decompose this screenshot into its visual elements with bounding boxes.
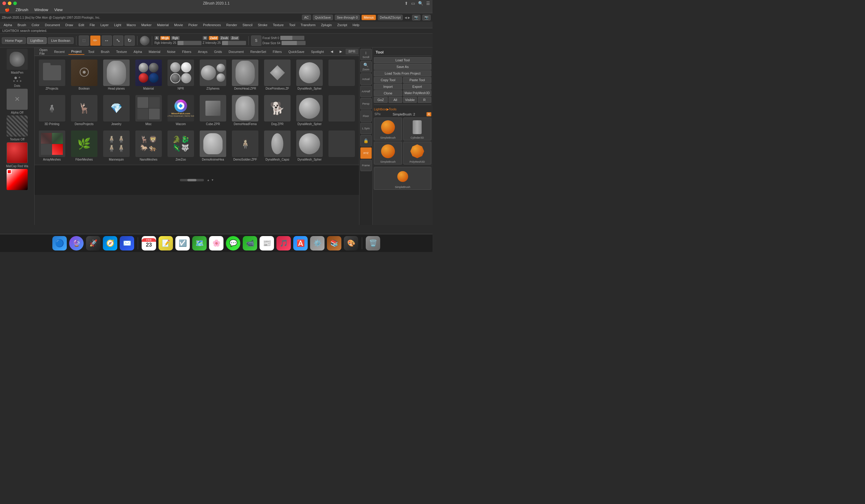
paste-tool-button[interactable]: Paste Tool bbox=[403, 77, 431, 83]
color-picker[interactable] bbox=[7, 169, 28, 190]
traffic-lights[interactable] bbox=[2, 1, 17, 5]
list-item[interactable]: ArrayMeshes bbox=[37, 129, 67, 162]
menu-stroke[interactable]: Stroke bbox=[255, 23, 270, 27]
menu-light[interactable]: Light bbox=[112, 23, 124, 27]
menu-edit[interactable]: Edit bbox=[76, 23, 86, 27]
tool-item-cylinder3d[interactable]: Cylinder3D bbox=[403, 118, 431, 140]
list-item[interactable]: 🧍 🧍 🧍 🧍 Mannequin bbox=[101, 129, 131, 162]
camera-btn2[interactable]: 📷 bbox=[422, 15, 431, 21]
draw-tool-icon[interactable]: ✏ bbox=[90, 35, 101, 46]
tool-item-simplebrush2[interactable]: SimpleBrush bbox=[374, 142, 402, 164]
menu-brush[interactable]: Brush bbox=[15, 23, 28, 27]
window-menu[interactable]: Window bbox=[32, 7, 50, 13]
seethrough-button[interactable]: See-through 0 bbox=[335, 15, 360, 20]
list-item[interactable]: ZProjects bbox=[37, 58, 67, 91]
view-menu[interactable]: View bbox=[52, 7, 65, 13]
dock-photos[interactable]: 🌸 bbox=[209, 236, 223, 250]
menu-icon[interactable]: ☰ bbox=[426, 1, 430, 6]
persp-button[interactable]: Persp bbox=[360, 98, 372, 109]
menu-marker[interactable]: Marker bbox=[139, 23, 154, 27]
texture-preview[interactable] bbox=[7, 116, 28, 137]
defaultzscript-button[interactable]: DefaultZScript bbox=[378, 15, 403, 20]
mrgb-badge[interactable]: Mrgb bbox=[160, 36, 170, 40]
xyz-button[interactable]: XYZ bbox=[360, 147, 372, 159]
tab-project[interactable]: Project bbox=[68, 49, 84, 55]
home-page-button[interactable]: Home Page bbox=[2, 37, 26, 44]
list-item[interactable]: NPR bbox=[166, 58, 196, 91]
close-button[interactable] bbox=[2, 1, 6, 5]
menu-draw[interactable]: Draw bbox=[63, 23, 76, 27]
r-badge[interactable]: R bbox=[426, 112, 431, 116]
visible-button[interactable]: Visible bbox=[403, 97, 417, 103]
tab-material[interactable]: Material bbox=[146, 49, 163, 55]
alpha-preview[interactable]: ✕ bbox=[7, 89, 28, 110]
r-button[interactable]: R bbox=[418, 97, 431, 103]
list-item[interactable] bbox=[327, 129, 357, 162]
list-item[interactable]: 🔷 MinorPatch.com Apps Free Download | Ni… bbox=[166, 94, 196, 127]
tab-texture[interactable]: Texture bbox=[113, 49, 130, 55]
tool-item-simplebrush-bottom[interactable]: SimpleBrush bbox=[374, 167, 431, 190]
list-item[interactable]: DemoHeadFema bbox=[230, 94, 260, 127]
menu-transform[interactable]: Transform bbox=[298, 23, 318, 27]
actual-button[interactable]: Actual bbox=[360, 73, 372, 85]
import-button[interactable]: Import bbox=[374, 84, 402, 90]
dock-zbrush[interactable]: 🎨 bbox=[344, 236, 358, 250]
dock-siri[interactable]: 🔮 bbox=[69, 236, 84, 250]
list-item[interactable] bbox=[327, 58, 357, 91]
menu-material[interactable]: Material bbox=[154, 23, 171, 27]
list-item[interactable]: 🧍 3D Printing bbox=[37, 94, 67, 127]
list-item[interactable]: ⦿ Boolean bbox=[69, 58, 99, 91]
frame-button[interactable]: Frame bbox=[360, 160, 372, 171]
list-item[interactable]: 🐊 🐉 🦎 🐺 ZeeZoo bbox=[166, 129, 196, 162]
list-item[interactable]: 🐕 Dog.ZPR bbox=[263, 94, 292, 127]
menu-color[interactable]: Color bbox=[29, 23, 42, 27]
clone-button[interactable]: Clone bbox=[374, 90, 402, 96]
dock-finder[interactable]: 🔵 bbox=[52, 236, 67, 250]
list-item[interactable]: DemoAnimeHea bbox=[198, 129, 228, 162]
rgb-badge[interactable]: Rgb bbox=[171, 36, 179, 40]
tab-spotlight[interactable]: Spotlight bbox=[308, 49, 327, 55]
move-tool-icon[interactable]: ↔ bbox=[102, 35, 112, 46]
zbrush-menu[interactable]: ZBrush bbox=[13, 7, 31, 13]
export-button[interactable]: Export bbox=[403, 84, 431, 90]
dot-pattern[interactable] bbox=[12, 75, 23, 83]
tab-open-file[interactable]: Open File bbox=[36, 47, 50, 56]
lsym-button[interactable]: L Sym bbox=[360, 123, 372, 134]
menu-macro[interactable]: Macro bbox=[124, 23, 138, 27]
tab-fibers[interactable]: Fibers bbox=[179, 49, 194, 55]
dock-library[interactable]: 📚 bbox=[327, 236, 342, 250]
scroll-button[interactable]: ↕ Scroll bbox=[360, 49, 372, 60]
dock-safari[interactable]: 🧭 bbox=[103, 236, 117, 250]
tab-grids[interactable]: Grids bbox=[211, 49, 225, 55]
dock-reminders[interactable]: ☑️ bbox=[175, 236, 190, 250]
zadd-badge[interactable]: Zadd bbox=[209, 36, 218, 40]
all-button[interactable]: All bbox=[389, 97, 402, 103]
z-intensity-slider[interactable] bbox=[222, 41, 246, 45]
list-item[interactable]: DynaMesh_Spher bbox=[295, 129, 324, 162]
list-item[interactable]: DynaMesh_Capsi bbox=[263, 129, 292, 162]
m-badge[interactable]: M bbox=[203, 36, 208, 40]
list-item[interactable]: 🧍 DemoSoldier.ZPF bbox=[230, 129, 260, 162]
list-item[interactable]: DemoHead.ZPR bbox=[230, 58, 260, 91]
dock-messages[interactable]: 💬 bbox=[226, 236, 240, 250]
tab-document[interactable]: Document bbox=[226, 49, 246, 55]
search-icon[interactable]: 🔍 bbox=[418, 1, 423, 6]
menu-tool[interactable]: Tool bbox=[287, 23, 298, 27]
menu-texture[interactable]: Texture bbox=[270, 23, 286, 27]
menu-preferences[interactable]: Preferences bbox=[200, 23, 223, 27]
dock-notes[interactable]: 📝 bbox=[159, 236, 173, 250]
list-item[interactable]: Head planes bbox=[101, 58, 131, 91]
rotate-tool-icon[interactable]: ↻ bbox=[125, 35, 135, 46]
zsub-badge[interactable]: Zsub bbox=[220, 36, 229, 40]
lightbox-tools-title[interactable]: Lightbox▶Tools bbox=[374, 106, 431, 112]
focal-shift-slider[interactable] bbox=[280, 36, 304, 40]
a-badge[interactable]: A bbox=[154, 36, 159, 40]
aahalf-button[interactable]: AAHalf bbox=[360, 86, 372, 97]
edit-tool-icon[interactable]: ⬚ bbox=[79, 35, 89, 46]
menu-file[interactable]: File bbox=[87, 23, 97, 27]
scroll-up-icon[interactable]: ▲ bbox=[207, 178, 210, 181]
floor-button[interactable]: Floor bbox=[360, 110, 372, 122]
list-item[interactable]: Misc bbox=[134, 94, 163, 127]
dock-trash[interactable]: 🗑️ bbox=[366, 236, 380, 250]
zoom-button[interactable]: 🔍 Zoom bbox=[360, 61, 372, 72]
